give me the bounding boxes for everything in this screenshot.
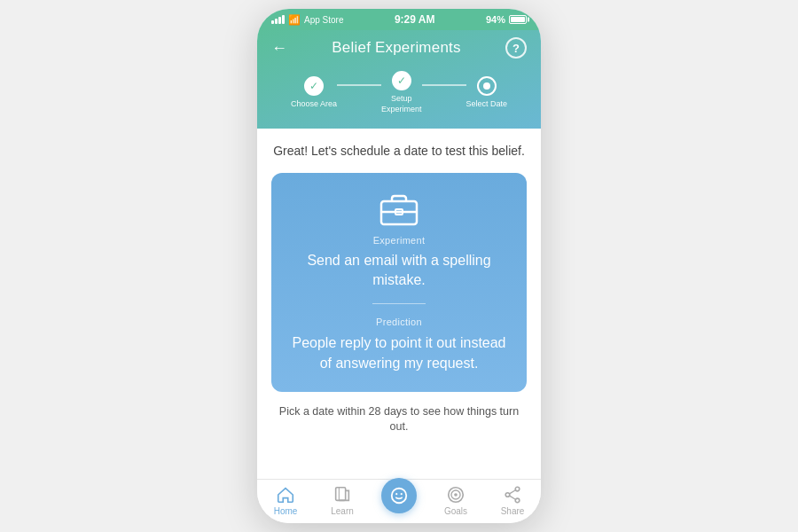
step-label-setup: SetupExperiment [381,94,422,114]
svg-line-14 [510,496,516,499]
step-choose-area: ✓ Choose Area [291,76,337,110]
prediction-text: People reply to point it out instead of … [286,332,512,373]
step-connector-2 [422,84,466,86]
share-icon [503,485,522,505]
progress-steps: ✓ Choose Area ✓ SetupExperiment Select D… [271,71,527,114]
step-circle-choose-area: ✓ [304,76,324,96]
step-connector-1 [337,84,381,86]
nav-item-goals[interactable]: Goals [434,485,477,516]
nav-item-home[interactable]: Home [264,485,307,516]
page-title: Belief Experiments [332,39,460,57]
status-right: 94% [486,14,527,25]
nav-label-learn: Learn [331,506,354,516]
svg-point-4 [392,489,407,504]
carrier-text: App Store [304,15,343,25]
svg-point-11 [505,493,510,497]
card-divider [372,303,426,305]
nav-label-goals: Goals [444,506,467,516]
svg-line-13 [510,490,516,494]
back-button[interactable]: ← [271,39,287,58]
pick-date-text: Pick a date within 28 days to see how th… [271,404,527,435]
nav-item-learn[interactable]: Learn [321,485,364,516]
help-button[interactable]: ? [505,37,527,59]
status-left: 📶 App Store [271,14,343,26]
status-bar: 📶 App Store 9:29 AM 94% [257,9,541,30]
home-icon [276,485,295,505]
svg-point-9 [454,493,458,497]
intro-text: Great! Let's schedule a date to test thi… [271,143,527,160]
nav-item-share[interactable]: Share [491,485,534,516]
nav-label-home: Home [274,506,298,516]
battery-icon [509,15,527,24]
battery-percentage: 94% [486,14,505,25]
briefcase-icon [378,191,420,226]
nav-label-share: Share [501,506,525,516]
svg-point-6 [401,493,403,495]
prediction-label: Prediction [376,317,422,327]
main-content: Great! Let's schedule a date to test thi… [257,129,541,479]
svg-point-10 [515,487,520,491]
experiment-text: Send an email with a spelling mistake. [286,251,512,291]
goals-icon [446,485,466,505]
status-time: 9:29 AM [395,13,435,26]
mood-center-button[interactable] [381,478,417,513]
svg-rect-2 [395,209,403,215]
step-label-select-date: Select Date [466,99,508,110]
svg-rect-3 [336,488,346,501]
mood-icon [389,486,409,505]
step-circle-select-date [477,76,497,96]
bottom-nav: Home Learn [257,479,541,523]
step-label-choose-area: Choose Area [291,99,337,110]
wifi-icon: 📶 [288,14,301,26]
step-select-date: Select Date [466,76,508,110]
experiment-label: Experiment [373,235,426,246]
app-header: ← Belief Experiments ? ✓ Choose Area ✓ S… [257,30,541,129]
experiment-card: Experiment Send an email with a spelling… [271,173,527,392]
nav-item-mood[interactable] [378,485,420,516]
svg-point-12 [515,498,520,503]
step-setup-experiment: ✓ SetupExperiment [381,71,422,114]
phone-container: 📶 App Store 9:29 AM 94% ← Belief Experim… [257,9,541,523]
svg-point-5 [395,493,397,495]
learn-icon [332,485,352,505]
step-circle-setup: ✓ [392,71,411,90]
